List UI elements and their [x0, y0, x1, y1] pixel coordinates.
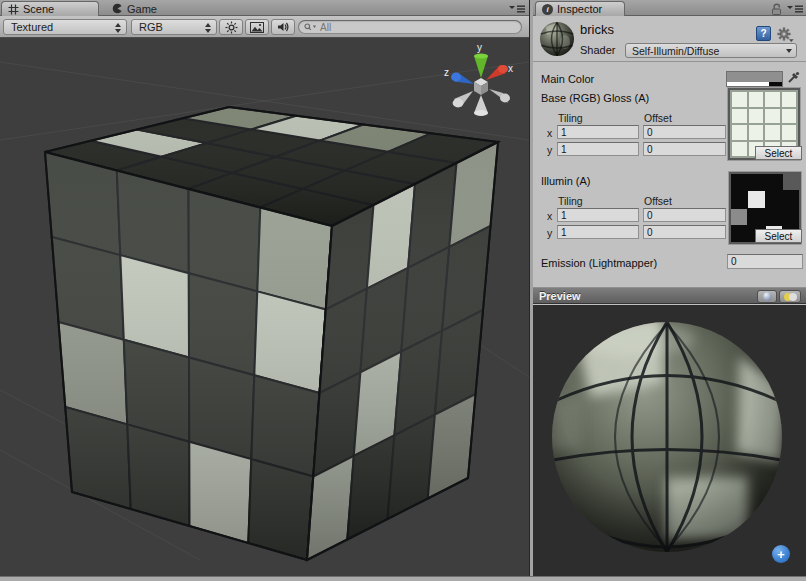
scene-lighting-toggle[interactable] [219, 19, 243, 35]
base-tiling-x-field[interactable] [557, 125, 639, 139]
preview-title: Preview [539, 290, 581, 302]
base-texture-label: Base (RGB) Gloss (A) [541, 92, 649, 104]
inspector-pane-menu-icon[interactable] [787, 4, 803, 14]
material-header: bricks Shader Self-Illumin/Diffuse ? [533, 16, 806, 62]
shader-label: Shader [580, 44, 615, 56]
inspector-panel: i Inspector bricks Shader Self-Illumin/D… [533, 0, 806, 576]
scene-viewport[interactable]: y x z [0, 38, 529, 576]
base-offset-x-field[interactable] [643, 125, 726, 139]
help-icon[interactable]: ? [756, 26, 771, 41]
sun-icon [225, 21, 238, 34]
illumin-x-label: x [547, 210, 552, 222]
dropdown-menu-icon [509, 4, 525, 14]
illumin-offset-x-field[interactable] [643, 208, 726, 222]
illumin-tiling-x-field[interactable] [557, 208, 639, 222]
tab-game[interactable]: Game [104, 1, 165, 16]
window-bottom-edge [0, 576, 806, 581]
main-color-label: Main Color [541, 73, 594, 85]
textured-cube[interactable] [45, 107, 498, 560]
base-y-label: y [547, 144, 552, 156]
search-icon [304, 23, 317, 31]
image-icon [250, 22, 264, 33]
game-icon [112, 3, 123, 14]
scene-3d-view: y x z [0, 38, 529, 576]
tab-inspector-label: Inspector [557, 3, 602, 15]
info-icon: i [542, 4, 553, 15]
material-sphere-icon [539, 21, 575, 57]
unity-editor-window: Scene Game Textured RGB [0, 0, 806, 581]
emission-label: Emission (Lightmapper) [541, 257, 657, 269]
illumin-texture-label: Illumin (A) [541, 175, 591, 187]
eyedropper-icon[interactable] [787, 70, 801, 84]
preview-sphere-mode-button[interactable] [757, 290, 777, 303]
render-mode-value: RGB [139, 21, 163, 33]
base-select-button[interactable]: Select [755, 146, 802, 160]
gizmo-x-label[interactable]: x [508, 63, 513, 74]
gear-icon[interactable] [776, 26, 794, 44]
scene-effects-toggle[interactable] [245, 19, 269, 35]
draw-mode-value: Textured [11, 21, 53, 33]
scene-audio-toggle[interactable] [271, 19, 295, 35]
material-preview-area[interactable]: + [533, 305, 806, 576]
speaker-icon [277, 21, 290, 33]
scene-toolbar: Textured RGB [0, 16, 529, 38]
tab-scene-label: Scene [23, 3, 54, 15]
dropdown-menu-icon [787, 4, 803, 14]
gizmo-z-label[interactable]: z [444, 67, 449, 78]
render-mode-dropdown[interactable]: RGB [131, 19, 217, 35]
main-color-swatch[interactable] [726, 71, 783, 87]
search-input[interactable] [320, 22, 516, 33]
inspector-tabbar: i Inspector [533, 0, 806, 16]
preview-sphere [533, 305, 806, 576]
tab-scene[interactable]: Scene [1, 1, 99, 16]
illumin-tiling-y-field[interactable] [557, 225, 639, 239]
preview-header[interactable]: Preview [533, 287, 806, 304]
alpha-bar [727, 82, 782, 86]
scene-pane-menu-icon[interactable] [509, 4, 525, 14]
illumin-y-label: y [547, 227, 552, 239]
illumin-select-button[interactable]: Select [755, 229, 802, 243]
preview-lighting-button[interactable] [779, 290, 801, 303]
shader-dropdown[interactable]: Self-Illumin/Diffuse [625, 43, 797, 58]
inspector-lock-icon[interactable] [771, 3, 782, 16]
base-offset-header: Offset [644, 112, 672, 124]
gizmo-y-label[interactable]: y [477, 42, 482, 53]
illumin-offset-y-field[interactable] [643, 225, 726, 239]
material-name: bricks [580, 22, 614, 37]
tab-inspector[interactable]: i Inspector [535, 1, 625, 16]
scene-tabbar: Scene Game [0, 0, 529, 16]
add-preview-button[interactable]: + [772, 545, 790, 563]
sphere-icon [763, 292, 772, 301]
illumin-tiling-header: Tiling [558, 195, 583, 207]
base-x-label: x [547, 127, 552, 139]
color-value-area [727, 72, 782, 82]
emission-field[interactable] [727, 254, 803, 269]
updown-arrows-icon [205, 23, 212, 33]
base-tiling-y-field[interactable] [557, 142, 639, 156]
tab-game-label: Game [127, 3, 157, 15]
scene-panel: Scene Game Textured RGB [0, 0, 529, 576]
base-offset-y-field[interactable] [643, 142, 726, 156]
base-tiling-header: Tiling [558, 112, 583, 124]
grid-icon [8, 4, 19, 15]
chevron-down-icon [786, 49, 792, 53]
shader-value: Self-Illumin/Diffuse [632, 45, 719, 57]
scene-search-field[interactable] [298, 20, 522, 34]
lock-open-icon [771, 3, 782, 16]
updown-arrows-icon [115, 23, 122, 33]
illumin-offset-header: Offset [644, 195, 672, 207]
scene-orientation-gizmo[interactable]: y x z [444, 42, 513, 116]
draw-mode-dropdown[interactable]: Textured [3, 19, 127, 35]
light-off-icon [789, 293, 797, 301]
